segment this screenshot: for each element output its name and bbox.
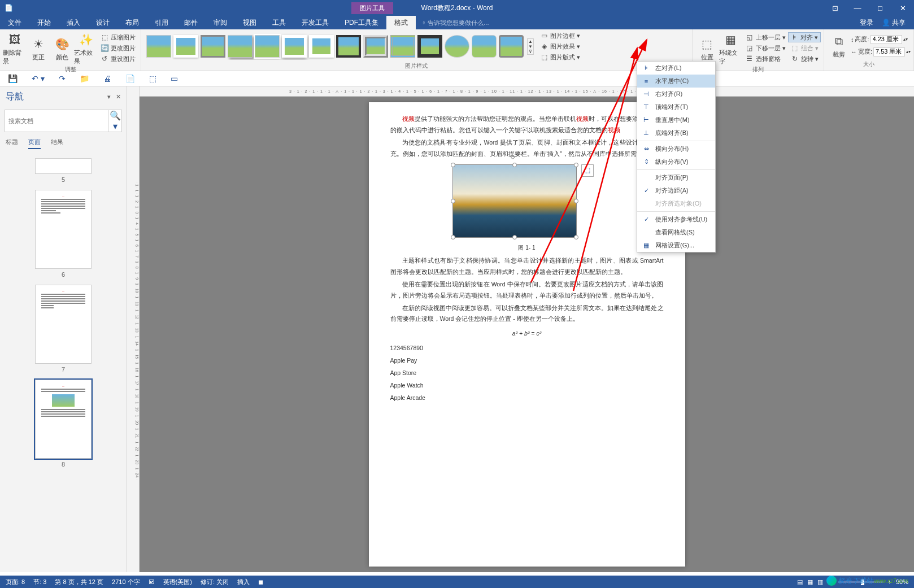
gallery-more-icon[interactable]: ⊽ bbox=[528, 49, 533, 54]
menu-dist-h[interactable]: ⇔横向分布(H) bbox=[637, 142, 715, 155]
nav-dropdown-icon[interactable]: ▾ bbox=[107, 93, 111, 100]
view-print-icon[interactable]: ▦ bbox=[807, 578, 813, 586]
status-spell-icon[interactable]: 🗹 bbox=[149, 578, 155, 585]
status-record-icon[interactable]: ◼ bbox=[258, 578, 263, 586]
tab-format[interactable]: 格式 bbox=[386, 16, 416, 30]
resize-handle[interactable] bbox=[574, 235, 578, 239]
document-scroll[interactable]: 视频提供了功能强大的方法帮助您证明您的观点。当您单击联机视频时，可以在想要添加的… bbox=[140, 86, 914, 572]
menu-use-guides[interactable]: ✓使用对齐参考线(U) bbox=[637, 213, 715, 226]
paragraph[interactable]: 在新的阅读视图中阅读更加容易。可以折叠文档某些部分并关注所需文本。如果在达到结尾… bbox=[390, 303, 664, 325]
picture-styles-gallery[interactable] bbox=[144, 33, 526, 60]
paragraph[interactable]: 1234567890 bbox=[390, 343, 664, 354]
send-backward-button[interactable]: ◲下移一层 ▾ bbox=[743, 43, 788, 53]
paragraph[interactable]: Apple Arcade bbox=[390, 393, 664, 404]
qat-icon[interactable]: 📁 bbox=[80, 74, 89, 83]
resize-handle[interactable] bbox=[451, 163, 455, 167]
gallery-up-icon[interactable]: ▲ bbox=[528, 39, 533, 44]
paragraph[interactable]: 为使您的文档具有专业外观，Word 提供了页眉、页脚、封面和文本框设计，这些设计… bbox=[390, 137, 664, 160]
nav-tab-headings[interactable]: 标题 bbox=[6, 138, 18, 149]
stepper-icon[interactable]: ▴▾ bbox=[903, 37, 908, 42]
menu-align-page[interactable]: 对齐页面(P) bbox=[637, 171, 715, 184]
style-thumb[interactable] bbox=[146, 35, 171, 58]
stepper-icon[interactable]: ▴▾ bbox=[906, 49, 911, 54]
style-thumb[interactable] bbox=[472, 35, 497, 58]
gallery-down-icon[interactable]: ▼ bbox=[528, 44, 533, 49]
ribbon-opts-icon[interactable]: ⊡ bbox=[824, 4, 846, 12]
signin-button[interactable]: 登录 bbox=[860, 18, 873, 28]
view-web-icon[interactable]: ▥ bbox=[817, 578, 823, 586]
qat-icon[interactable]: ▭ bbox=[171, 74, 178, 83]
menu-dist-v[interactable]: ⇕纵向分布(V) bbox=[637, 155, 715, 168]
status-language[interactable]: 英语(美国) bbox=[163, 578, 192, 586]
status-page[interactable]: 页面: 8 bbox=[6, 578, 25, 586]
qat-icon[interactable]: 📄 bbox=[125, 74, 135, 83]
paragraph[interactable]: 视频提供了功能强大的方法帮助您证明您的观点。当您单击联机视频时，可以在想要添加的… bbox=[390, 114, 664, 136]
selection-pane-button[interactable]: ☰选择窗格 bbox=[743, 54, 788, 64]
menu-align-bottom[interactable]: ⊥底端对齐(B) bbox=[637, 127, 715, 140]
nav-thumbnails[interactable]: 5 — 6 — 7 — 8 bbox=[0, 153, 127, 572]
page-thumbnail[interactable]: — 7 bbox=[6, 285, 121, 373]
style-thumb[interactable] bbox=[499, 35, 524, 58]
style-thumb[interactable] bbox=[228, 35, 253, 58]
qat-icon[interactable]: ⬚ bbox=[149, 74, 156, 83]
redo-icon[interactable]: ↷ bbox=[59, 74, 66, 83]
paragraph[interactable]: Apple Watch bbox=[390, 380, 664, 391]
status-page-of[interactable]: 第 8 页，共 12 页 bbox=[55, 578, 103, 586]
qat-icon[interactable]: 🖨 bbox=[103, 74, 111, 83]
image-caption[interactable]: 图 1- 1 bbox=[390, 242, 664, 253]
vertical-ruler[interactable]: · 1 · 1 · 1 · 2 · 1 · 3 · 1 · 4 · 1 · 5 … bbox=[127, 86, 140, 572]
artistic-button[interactable]: ✨艺术效果 bbox=[74, 31, 98, 66]
picture-layout-button[interactable]: ⬚图片版式 ▾ bbox=[537, 52, 582, 62]
status-revisions[interactable]: 修订: 关闭 bbox=[201, 578, 229, 586]
tab-design[interactable]: 设计 bbox=[88, 16, 117, 30]
align-button[interactable]: ⊧对齐 ▾ bbox=[788, 32, 821, 42]
rotate-handle-icon[interactable]: ⟳ bbox=[511, 152, 519, 160]
page-thumbnail[interactable]: 5 bbox=[6, 158, 121, 183]
menu-align-left[interactable]: ⊧左对齐(L) bbox=[637, 62, 715, 75]
rotate-button[interactable]: ↻旋转 ▾ bbox=[788, 54, 821, 64]
style-thumb[interactable] bbox=[336, 35, 361, 58]
menu-align-middle-v[interactable]: ⊢垂直居中(M) bbox=[637, 114, 715, 127]
search-input[interactable] bbox=[5, 110, 108, 132]
nav-tab-results[interactable]: 结果 bbox=[51, 138, 63, 149]
layout-options-button[interactable]: ⬚ bbox=[581, 164, 594, 177]
style-thumb[interactable] bbox=[201, 35, 225, 58]
share-button[interactable]: 👤 共享 bbox=[882, 18, 906, 28]
resize-handle[interactable] bbox=[512, 163, 517, 167]
page-thumbnail[interactable]: — 8 bbox=[6, 380, 121, 468]
resize-handle[interactable] bbox=[451, 235, 455, 239]
style-thumb[interactable] bbox=[255, 35, 280, 58]
style-thumb[interactable] bbox=[390, 35, 415, 58]
search-button[interactable]: 🔍 ▾ bbox=[108, 110, 121, 132]
menu-grid-settings[interactable]: ▦网格设置(G)... bbox=[637, 239, 715, 252]
formula[interactable]: a² + b² = c² bbox=[390, 328, 664, 339]
menu-align-margin[interactable]: ✓对齐边距(A) bbox=[637, 184, 715, 197]
tab-file[interactable]: 文件 bbox=[0, 16, 29, 30]
reset-pic-button[interactable]: ↺重设图片 bbox=[98, 54, 138, 64]
change-pic-button[interactable]: 🔄更改图片 bbox=[98, 43, 138, 53]
tab-home[interactable]: 开始 bbox=[29, 16, 59, 30]
tab-dev[interactable]: 开发工具 bbox=[294, 16, 337, 30]
page-thumbnail[interactable]: — 6 bbox=[6, 190, 121, 278]
status-words[interactable]: 2710 个字 bbox=[112, 578, 140, 586]
color-button[interactable]: 🎨颜色 bbox=[50, 35, 74, 62]
selected-image[interactable]: ⟳ ⬚ bbox=[452, 164, 577, 238]
image-content[interactable] bbox=[452, 164, 577, 238]
picture-border-button[interactable]: ▭图片边框 ▾ bbox=[537, 31, 582, 41]
tab-review[interactable]: 审阅 bbox=[206, 16, 235, 30]
maximize-icon[interactable]: □ bbox=[869, 4, 891, 12]
resize-handle[interactable] bbox=[512, 235, 517, 239]
horizontal-ruler[interactable]: 3 · 1 · 2 · 1 · 1 · 1 · △ · 1 · 1 · 1 · … bbox=[140, 86, 914, 97]
width-input[interactable] bbox=[873, 47, 905, 56]
tab-layout[interactable]: 布局 bbox=[117, 16, 147, 30]
undo-icon[interactable]: ↶ ▾ bbox=[32, 74, 45, 83]
tell-me-search[interactable]: ♀ 告诉我您想要做什么... bbox=[421, 19, 860, 27]
style-thumb[interactable] bbox=[173, 35, 198, 58]
nav-close-icon[interactable]: ✕ bbox=[116, 93, 121, 100]
resize-handle[interactable] bbox=[574, 199, 578, 203]
status-section[interactable]: 节: 3 bbox=[33, 578, 46, 586]
paragraph[interactable]: Apple Pay bbox=[390, 355, 664, 367]
view-read-icon[interactable]: ▤ bbox=[797, 578, 803, 586]
style-thumb[interactable] bbox=[309, 35, 334, 58]
style-thumb[interactable] bbox=[417, 35, 442, 58]
